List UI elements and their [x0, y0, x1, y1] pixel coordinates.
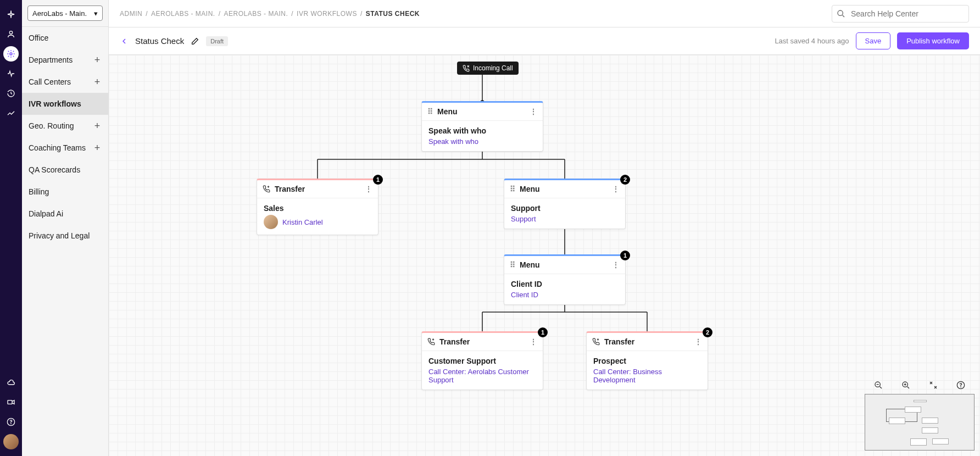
sidebar-item-label: QA Scorecards	[29, 165, 80, 174]
sidebar-item-departments[interactable]: Departments +	[22, 49, 108, 71]
transfer-node-prospect[interactable]: 2 Transfer ⋮ Prospect Call Center: Busin…	[586, 331, 708, 390]
add-icon[interactable]: +	[93, 77, 102, 86]
sidebar-item-label: Privacy and Legal	[29, 231, 90, 240]
canvas-controls	[865, 379, 975, 451]
video-icon[interactable]	[3, 394, 19, 410]
start-node: Incoming Call	[457, 62, 519, 75]
sparkle-icon[interactable]	[3, 7, 19, 22]
search-box[interactable]	[832, 5, 969, 23]
add-icon[interactable]: +	[93, 143, 102, 152]
breadcrumb-item[interactable]: ADMIN	[120, 10, 142, 18]
publish-button[interactable]: Publish workflow	[897, 32, 969, 49]
history-icon[interactable]	[3, 86, 19, 101]
sidebar-item-label: Coaching Teams	[29, 143, 86, 152]
menu-node-root[interactable]: ⠿ Menu ⋮ Speak with who Speak with who	[421, 101, 543, 152]
sidebar-item-label: IVR workflows	[29, 99, 81, 108]
incoming-call-icon	[463, 65, 470, 72]
breadcrumb-item[interactable]: IVR WORKFLOWS	[297, 10, 357, 18]
drag-handle-icon[interactable]: ⠿	[510, 260, 515, 269]
branch-badge: 1	[538, 327, 548, 337]
search-icon	[837, 9, 845, 18]
topbar: ADMIN / AEROLABS - MAIN. / AEROLABS - MA…	[109, 0, 980, 27]
breadcrumb-item[interactable]: AEROLABS - MAIN.	[224, 10, 288, 18]
help-button[interactable]	[954, 379, 967, 392]
breadcrumb: ADMIN / AEROLABS - MAIN. / AEROLABS - MA…	[120, 10, 420, 18]
node-title: Customer Support	[428, 357, 536, 365]
sidebar-item-qa-scorecards[interactable]: QA Scorecards	[22, 159, 108, 181]
sidebar-header: AeroLabs - Main. ▾	[22, 0, 108, 27]
more-icon[interactable]: ⋮	[612, 185, 620, 193]
breadcrumb-sep: /	[219, 10, 221, 18]
svg-point-1	[10, 53, 12, 55]
workflow-header: Status Check Draft Last saved 4 hours ag…	[109, 27, 980, 55]
add-icon[interactable]: +	[93, 55, 102, 64]
sidebar-item-privacy-legal[interactable]: Privacy and Legal	[22, 225, 108, 247]
sidebar: AeroLabs - Main. ▾ Office Departments + …	[22, 0, 109, 456]
sidebar-item-call-centers[interactable]: Call Centers +	[22, 71, 108, 93]
transfer-node-sales[interactable]: 1 Transfer ⋮ Sales Kristin Carlel	[257, 179, 378, 235]
svg-point-5	[838, 10, 843, 15]
menu-node-support[interactable]: 2 ⠿ Menu ⋮ Support Support	[504, 179, 626, 229]
minimap[interactable]	[865, 394, 975, 451]
drag-handle-icon[interactable]: ⠿	[510, 185, 515, 193]
sidebar-item-label: Geo. Routing	[29, 121, 74, 130]
account-selector[interactable]: AeroLabs - Main. ▾	[27, 5, 103, 21]
sidebar-item-coaching-teams[interactable]: Coaching Teams +	[22, 137, 108, 159]
zoom-in-button[interactable]	[899, 379, 912, 392]
node-type-label: Transfer	[439, 337, 470, 346]
svg-point-4	[11, 424, 12, 424]
branch-badge: 1	[620, 251, 630, 260]
last-saved: Last saved 4 hours ago	[775, 37, 849, 45]
node-title: Speak with who	[428, 126, 536, 135]
cloud-icon[interactable]	[3, 375, 19, 390]
user-avatar[interactable]	[3, 434, 19, 449]
breadcrumb-current: STATUS CHECK	[366, 10, 420, 18]
add-icon[interactable]: +	[93, 121, 102, 130]
user-icon[interactable]	[3, 26, 19, 42]
sidebar-item-billing[interactable]: Billing	[22, 181, 108, 203]
help-icon[interactable]	[3, 414, 19, 430]
transfer-icon	[427, 338, 435, 346]
node-sub: Client ID	[511, 291, 619, 299]
zoom-out-button[interactable]	[872, 379, 885, 392]
sidebar-item-ivr-workflows[interactable]: IVR workflows	[22, 93, 108, 115]
sidebar-item-office[interactable]: Office	[22, 27, 108, 49]
more-icon[interactable]: ⋮	[530, 107, 537, 116]
sidebar-item-geo-routing[interactable]: Geo. Routing +	[22, 115, 108, 137]
more-icon[interactable]: ⋮	[530, 337, 537, 346]
drag-handle-icon[interactable]: ⠿	[427, 107, 433, 116]
sidebar-item-dialpad-ai[interactable]: Dialpad Ai	[22, 203, 108, 225]
svg-point-0	[9, 31, 12, 34]
node-type-label: Transfer	[275, 185, 305, 193]
more-icon[interactable]: ⋮	[694, 337, 702, 346]
search-input[interactable]	[850, 9, 964, 19]
save-button[interactable]: Save	[856, 32, 891, 49]
activity-icon[interactable]	[3, 66, 19, 81]
more-icon[interactable]: ⋮	[365, 185, 372, 193]
node-sub: Speak with who	[428, 137, 536, 146]
sidebar-item-label: Billing	[29, 187, 49, 196]
node-title: Sales	[264, 204, 371, 213]
person-name: Kristin Carlel	[282, 218, 323, 226]
person-avatar	[264, 215, 278, 229]
nav-rail	[0, 0, 22, 456]
branch-badge: 1	[373, 175, 383, 185]
edit-icon[interactable]	[191, 37, 199, 46]
breadcrumb-item[interactable]: AEROLABS - MAIN.	[151, 10, 215, 18]
node-title: Prospect	[593, 357, 701, 365]
back-button[interactable]	[120, 37, 129, 46]
node-title: Client ID	[511, 280, 619, 288]
menu-node-client-id[interactable]: 1 ⠿ Menu ⋮ Client ID Client ID	[504, 254, 626, 305]
workflow-canvas[interactable]: Incoming Call ⠿ Menu ⋮ Speak with who Sp…	[109, 55, 980, 456]
status-badge: Draft	[206, 36, 228, 46]
fit-view-button[interactable]	[927, 379, 940, 392]
gear-icon[interactable]	[3, 46, 19, 62]
transfer-icon	[592, 338, 600, 346]
transfer-node-customer-support[interactable]: 1 Transfer ⋮ Customer Support Call Cente…	[421, 331, 543, 390]
chevron-down-icon: ▾	[94, 9, 98, 18]
more-icon[interactable]: ⋮	[612, 260, 620, 269]
breadcrumb-sep: /	[291, 10, 293, 18]
node-sub: Call Center: Aerolabs Customer Support	[428, 368, 536, 384]
transfer-icon	[263, 185, 270, 193]
analytics-icon[interactable]	[3, 105, 19, 121]
